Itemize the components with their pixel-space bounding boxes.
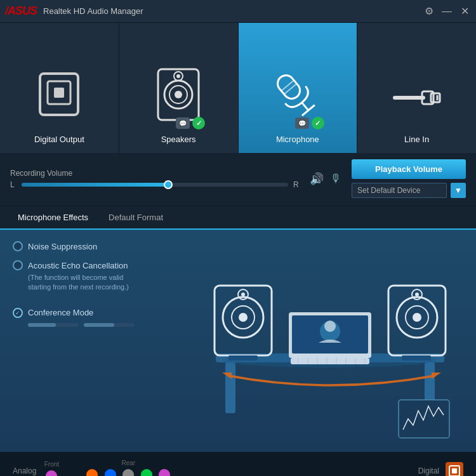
svg-rect-40 [291, 358, 369, 364]
acoustic-echo-item: Acoustic Echo Cancellation (The function… [13, 260, 184, 293]
speakers-badges: 💬 ✓ [176, 117, 205, 129]
acoustic-echo-label: Acoustic Echo Cancellation [28, 261, 128, 270]
svg-rect-28 [228, 355, 258, 360]
analog-rear-group: Rear [84, 459, 172, 477]
svg-rect-35 [402, 355, 431, 360]
app-title: Realtek HD Audio Manager [43, 6, 423, 16]
svg-point-25 [239, 313, 248, 322]
svg-point-8 [176, 74, 180, 78]
svg-line-11 [284, 83, 297, 94]
svg-rect-9 [275, 72, 304, 102]
line-in-icon [385, 61, 449, 131]
playback-column: Playback Volume Set Default Device ▼ [352, 159, 466, 198]
playback-volume-button[interactable]: Playback Volume [352, 159, 466, 179]
digital-label: Digital [418, 466, 439, 475]
conference-mode-label: Conference Mode [28, 308, 93, 317]
volume-slider-thumb [164, 180, 173, 189]
set-default-device-select[interactable]: Set Default Device [352, 183, 447, 198]
conference-illustration [197, 236, 463, 452]
noise-suppression-label: Noise Suppression [28, 242, 97, 251]
line-in-label: Line In [404, 135, 429, 144]
mute-speaker-icon[interactable]: 🔊 [310, 172, 324, 186]
volume-slider-row: L R [10, 180, 300, 189]
tab-speakers[interactable]: 💬 ✓ Speakers [119, 23, 239, 153]
main-content-area: Noise Suppression Acoustic Echo Cancella… [0, 230, 476, 452]
acoustic-echo-checkbox[interactable] [13, 260, 23, 270]
close-button[interactable]: ✕ [458, 6, 471, 17]
acoustic-echo-header: Acoustic Echo Cancellation [13, 260, 184, 270]
tab-microphone-effects[interactable]: Microphone Effects [8, 206, 98, 230]
minimize-button[interactable]: — [440, 6, 453, 17]
effects-panel: Noise Suppression Acoustic Echo Cancella… [0, 230, 197, 452]
tab-digital-output[interactable]: Digital Output [0, 23, 119, 153]
digital-output-label: Digital Output [34, 135, 84, 144]
effects-tabs-bar: Microphone Effects Default Format [0, 206, 476, 230]
svg-rect-2 [54, 88, 64, 98]
front-dot-1[interactable] [46, 470, 57, 477]
slider-row-1 [28, 323, 184, 327]
tab-microphone[interactable]: 💬 ✓ Microphone [239, 23, 358, 153]
settings-icon[interactable]: ⚙ [423, 6, 435, 17]
rear-dot-4[interactable] [141, 469, 152, 477]
conference-mode-item: Conference Mode [13, 308, 184, 327]
microphone-mute-icon[interactable]: 🎙 [330, 172, 341, 185]
rear-dot-2[interactable] [105, 469, 116, 477]
conference-mode-sliders [28, 323, 184, 327]
conference-mode-checkbox[interactable] [13, 308, 23, 318]
svg-rect-19 [225, 362, 235, 413]
noise-suppression-checkbox[interactable] [13, 241, 23, 251]
analog-front-group: Front [44, 461, 59, 477]
dropdown-arrow-icon[interactable]: ▼ [451, 183, 466, 198]
mic-check-badge: ✓ [312, 117, 324, 129]
title-bar: /ASUS Realtek HD Audio Manager ⚙ — ✕ [0, 0, 476, 23]
volume-icons: 🔊 🎙 [310, 172, 341, 186]
microphone-label: Microphone [276, 135, 319, 144]
svg-marker-50 [432, 373, 441, 379]
noise-suppression-header: Noise Suppression [13, 241, 184, 251]
microphone-icon: 💬 ✓ [266, 61, 329, 131]
rear-label: Rear [121, 459, 135, 466]
vol-left-label: L [10, 180, 17, 189]
vol-right-label: R [293, 180, 300, 189]
svg-rect-53 [452, 468, 457, 473]
volume-slider-fill [22, 183, 168, 187]
svg-point-34 [415, 293, 419, 296]
conf-slider-1[interactable] [28, 323, 79, 327]
digital-group: Digital [418, 462, 463, 476]
rear-dot-5[interactable] [159, 469, 170, 477]
svg-point-27 [241, 293, 245, 296]
tab-default-format[interactable]: Default Format [98, 206, 173, 230]
svg-line-12 [302, 102, 308, 110]
analog-label: Analog [13, 466, 36, 475]
mic-chat-badge: 💬 [295, 117, 309, 129]
noise-suppression-item: Noise Suppression [13, 241, 184, 251]
default-device-row: Set Default Device ▼ [352, 183, 466, 198]
svg-point-39 [324, 321, 336, 332]
microphone-badges: 💬 ✓ [295, 117, 324, 129]
chat-badge: 💬 [176, 117, 190, 129]
tab-line-in[interactable]: Line In [357, 23, 476, 153]
device-tabs: Digital Output 💬 ✓ Speakers [0, 23, 476, 153]
asus-logo: /ASUS [5, 4, 37, 18]
svg-line-10 [282, 80, 294, 91]
acoustic-echo-sub: (The function will become validstarting … [28, 273, 184, 293]
speakers-label: Speakers [161, 135, 196, 144]
conf-slider-2[interactable] [84, 323, 135, 327]
window-controls: ⚙ — ✕ [423, 6, 471, 17]
svg-point-32 [413, 313, 421, 322]
speakers-icon: 💬 ✓ [147, 61, 210, 131]
svg-point-6 [175, 91, 182, 98]
check-badge: ✓ [192, 117, 205, 129]
rear-dot-3[interactable] [122, 469, 134, 477]
conference-mode-header: Conference Mode [13, 308, 184, 318]
rear-dot-1[interactable] [86, 469, 98, 477]
svg-rect-16 [431, 93, 440, 102]
recording-volume-label: Recording Volume [10, 169, 300, 178]
volume-slider-track[interactable] [22, 183, 288, 187]
svg-line-13 [302, 105, 315, 116]
recording-volume-controls: Recording Volume L R [10, 169, 300, 189]
volume-section: Recording Volume L R 🔊 🎙 Playback Volume… [0, 153, 476, 206]
rear-dots [84, 469, 172, 477]
front-label: Front [44, 461, 59, 468]
digital-output-icon [27, 61, 91, 131]
